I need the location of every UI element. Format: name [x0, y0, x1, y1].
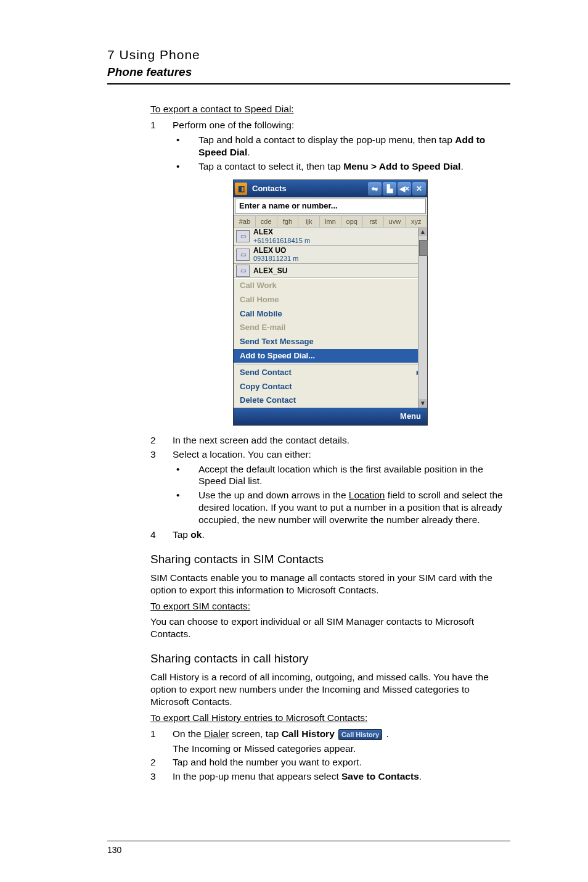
step-text: Perform one of the following: — [173, 119, 294, 131]
menu-add-speed-dial[interactable]: Add to Speed Dial... — [234, 349, 427, 363]
speaker-icon: ◀× — [398, 182, 411, 196]
menu-call-mobile[interactable]: Call Mobile — [234, 307, 427, 321]
section-heading: Sharing contacts in SIM Contacts — [150, 552, 510, 567]
signal-icon: ▙ — [383, 182, 396, 196]
page-number: 130 — [107, 845, 121, 856]
step-text: Select a location. You can either: — [173, 448, 311, 461]
menu-call-home: Call Home — [234, 293, 427, 307]
contact-row[interactable]: ▭ ALEX+619161618415 m — [234, 228, 427, 246]
export-speed-dial-heading: To export a contact to Speed Dial: — [150, 104, 294, 114]
menu-send-contact[interactable]: Send Contact — [234, 366, 427, 380]
bullet-text: Accept the default location which is the… — [198, 463, 510, 488]
scrollbar[interactable]: ▲ ▼ — [418, 228, 427, 408]
step-text: Tap ok. — [173, 529, 205, 541]
chapter-number: 7 Using Phone — [107, 47, 510, 64]
step-text: In the pop-up menu that appears select S… — [173, 770, 422, 783]
bullet-text: Tap and hold a contact to display the po… — [198, 134, 510, 159]
step-number: 2 — [150, 756, 173, 769]
screenshot-title: Contacts — [250, 184, 364, 194]
menu-delete-contact[interactable]: Delete Contact — [234, 394, 427, 408]
contact-row[interactable]: ▭ ALEX UO0931811231 m — [234, 246, 427, 265]
screenshot-titlebar: ◧ Contacts ⇋▙◀×✕ — [234, 180, 427, 197]
footer-rule — [107, 841, 510, 841]
contact-card-icon: ▭ — [236, 230, 250, 242]
step-number: 1 — [150, 119, 173, 131]
step-number: 4 — [150, 529, 173, 541]
step-text: Tap and hold the number you want to expo… — [173, 756, 362, 769]
titlebar-status-icons: ⇋▙◀×✕ — [367, 182, 426, 196]
subheading: To export Call History entries to Micros… — [150, 712, 367, 723]
step-text: In the next screen add the contact detai… — [173, 434, 349, 447]
contact-card-icon: ▭ — [236, 249, 250, 261]
menu-copy-contact[interactable]: Copy Contact — [234, 380, 427, 394]
section-heading: Sharing contacts in call history — [150, 651, 510, 666]
subheading: To export SIM contacts: — [150, 601, 250, 611]
call-history-button-icon: Call History — [338, 729, 382, 740]
body-text: SIM Contacts enable you to manage all co… — [150, 572, 510, 596]
bullet-text: Use the up and down arrows in the Locati… — [198, 489, 510, 525]
menu-send-text[interactable]: Send Text Message — [234, 335, 427, 349]
search-contacts-input[interactable]: Enter a name or number... — [235, 199, 426, 214]
menu-call-work: Call Work — [234, 279, 427, 293]
bullet-icon: • — [173, 463, 198, 488]
contacts-screenshot: ◧ Contacts ⇋▙◀×✕ Enter a name or number.… — [233, 179, 428, 426]
menu-send-email: Send E-mail — [234, 321, 427, 335]
bullet-icon: • — [173, 489, 198, 525]
scroll-up-icon[interactable]: ▲ — [419, 228, 427, 236]
step-text: On the Dialer screen, tap Call History C… — [173, 728, 389, 755]
bullet-icon: • — [173, 134, 198, 159]
connectivity-icon: ⇋ — [368, 182, 382, 196]
alpha-index-strip[interactable]: #abcdefghijklmnopqrstuvwxyz — [234, 215, 427, 228]
step-number: 1 — [150, 728, 173, 755]
contact-card-icon: ▭ — [236, 265, 250, 277]
bullet-text: Tap a contact to select it, then tap Men… — [198, 160, 510, 173]
step-number: 3 — [150, 770, 173, 783]
body-text: Call History is a record of all incoming… — [150, 671, 510, 707]
header-rule — [107, 83, 510, 84]
step-number: 2 — [150, 434, 173, 447]
close-icon: ✕ — [412, 182, 426, 196]
body-text: You can choose to export individual or a… — [150, 616, 510, 640]
context-menu: Call Work Call Home Call Mobile Send E-m… — [234, 278, 427, 408]
contact-row[interactable]: ▭ ALEX_SU — [234, 264, 427, 278]
scroll-down-icon[interactable]: ▼ — [419, 399, 427, 408]
scroll-thumb[interactable] — [419, 240, 428, 256]
screenshot-softkey-bar: Menu — [234, 408, 427, 425]
menu-softkey[interactable]: Menu — [400, 411, 421, 422]
chapter-subtitle: Phone features — [107, 65, 510, 80]
start-icon: ◧ — [235, 183, 247, 195]
step-number: 3 — [150, 448, 173, 461]
bullet-icon: • — [173, 160, 198, 173]
